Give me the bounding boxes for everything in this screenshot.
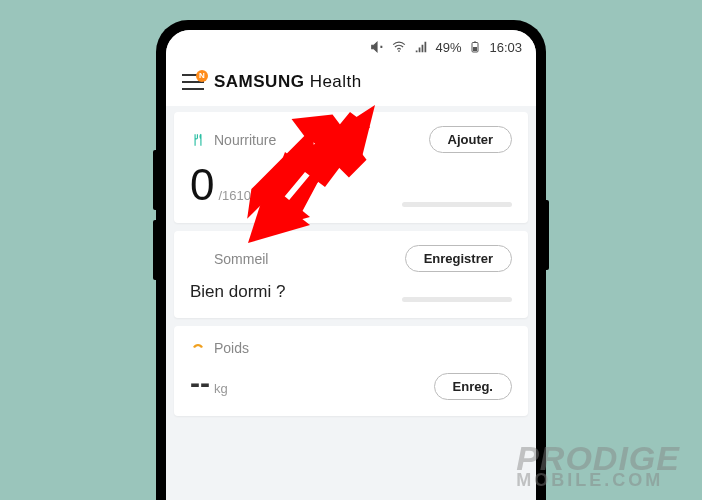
weight-label: Poids	[214, 340, 249, 356]
card-weight[interactable]: Poids -- kg Enreg.	[174, 326, 528, 416]
sleep-question: Bien dormi ?	[190, 282, 285, 302]
cards-container: Nourriture Ajouter 0 /1610 kcal	[166, 106, 536, 422]
menu-badge: N	[196, 70, 208, 82]
menu-icon[interactable]: N	[182, 74, 204, 90]
food-label: Nourriture	[214, 132, 276, 148]
food-progress	[402, 202, 512, 207]
volume-down-button[interactable]	[153, 220, 156, 280]
title-brand: SAMSUNG	[214, 72, 304, 91]
add-food-button[interactable]: Ajouter	[429, 126, 513, 153]
volume-up-button[interactable]	[153, 150, 156, 210]
scale-icon	[190, 340, 206, 356]
wifi-icon	[391, 39, 407, 55]
svg-rect-2	[473, 47, 477, 51]
record-weight-button[interactable]: Enreg.	[434, 373, 512, 400]
food-value: 0	[190, 163, 214, 207]
weight-unit: kg	[214, 381, 228, 396]
food-goal: /1610 kcal	[218, 188, 277, 203]
power-button[interactable]	[546, 200, 549, 270]
fork-knife-icon	[190, 132, 206, 148]
sleep-progress	[402, 297, 512, 302]
battery-icon	[467, 39, 483, 55]
weight-value: --	[190, 366, 210, 400]
clock: 16:03	[489, 40, 522, 55]
card-sleep[interactable]: Sommeil Enregistrer Bien dormi ?	[174, 231, 528, 318]
watermark-line2: MOBILE.COM	[516, 473, 680, 488]
app-header: N SAMSUNG Health	[166, 64, 536, 106]
svg-point-0	[399, 50, 401, 52]
battery-percent: 49%	[435, 40, 461, 55]
watermark: PRODIGE MOBILE.COM	[516, 444, 680, 488]
title-app: Health	[310, 72, 362, 91]
mute-icon	[369, 39, 385, 55]
record-sleep-button[interactable]: Enregistrer	[405, 245, 512, 272]
screen: 49% 16:03 N SAMSUNG Health	[166, 30, 536, 500]
signal-icon	[413, 39, 429, 55]
sleep-label: Sommeil	[214, 251, 268, 267]
phone-frame: 49% 16:03 N SAMSUNG Health	[156, 20, 546, 500]
watermark-line1: PRODIGE	[516, 444, 680, 473]
card-food[interactable]: Nourriture Ajouter 0 /1610 kcal	[174, 112, 528, 223]
status-bar: 49% 16:03	[166, 30, 536, 64]
moon-icon	[190, 251, 206, 267]
app-title: SAMSUNG Health	[214, 72, 362, 92]
svg-rect-3	[474, 42, 476, 43]
